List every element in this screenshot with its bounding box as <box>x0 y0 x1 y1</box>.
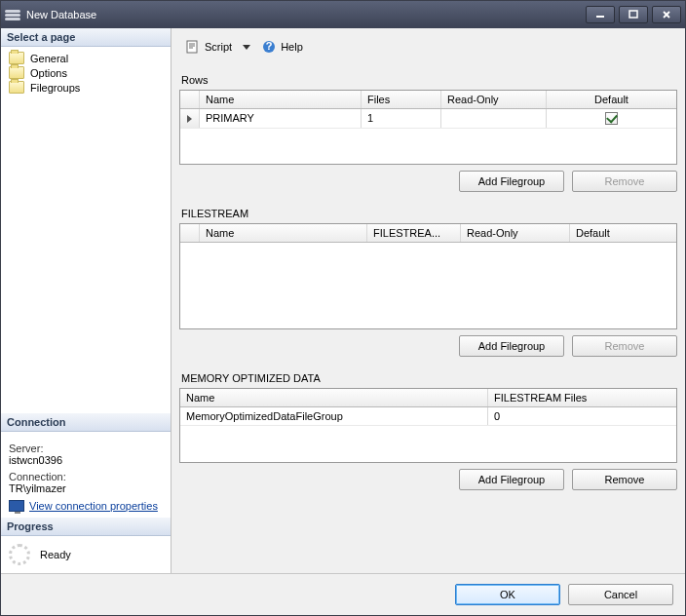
maximize-button[interactable] <box>619 6 648 23</box>
script-label: Script <box>205 41 232 53</box>
cell-name[interactable]: PRIMARY <box>200 109 362 128</box>
page-general[interactable]: General <box>9 51 167 65</box>
filestream-section-label: FILESTREAM <box>181 208 675 219</box>
progress-status: Ready <box>40 549 71 560</box>
table-row[interactable]: MemoryOptimizedDataFileGroup 0 <box>180 407 676 426</box>
cancel-button[interactable]: Cancel <box>568 584 673 605</box>
view-connection-properties-link[interactable]: View connection properties <box>29 500 158 512</box>
memory-remove-button[interactable]: Remove <box>572 469 677 490</box>
client-area: Select a page General Options Filegroups… <box>1 28 685 573</box>
row-indicator-icon <box>180 109 200 128</box>
cell-files[interactable]: 0 <box>488 407 676 425</box>
page-label: General <box>30 53 68 64</box>
server-label: Server: <box>9 443 163 454</box>
col-name[interactable]: Name <box>200 91 362 108</box>
main-pane: Script ? Help Rows Name Files Read-Only … <box>172 28 685 573</box>
table-row[interactable]: PRIMARY 1 <box>180 109 676 129</box>
progress-panel: Ready <box>1 536 171 573</box>
col-name[interactable]: Name <box>200 224 367 242</box>
close-button[interactable] <box>652 6 681 23</box>
filestream-grid: Name FILESTREA... Read-Only Default <box>179 223 677 329</box>
svg-line-3 <box>664 12 669 18</box>
dialog-window: New Database Select a page General Optio… <box>0 0 686 616</box>
svg-rect-4 <box>187 41 197 53</box>
col-filestream-files[interactable]: FILESTREA... <box>367 224 461 242</box>
database-icon <box>5 7 20 22</box>
col-name[interactable]: Name <box>180 389 488 406</box>
cell-readonly[interactable] <box>441 109 547 128</box>
titlebar[interactable]: New Database <box>1 1 685 28</box>
folder-icon <box>9 66 24 79</box>
rows-remove-button[interactable]: Remove <box>572 171 677 192</box>
col-readonly[interactable]: Read-Only <box>441 91 547 108</box>
rows-grid: Name Files Read-Only Default PRIMARY 1 <box>179 90 677 165</box>
monitor-icon <box>9 500 24 512</box>
filestream-add-filegroup-button[interactable]: Add Filegroup <box>459 335 564 357</box>
rows-add-filegroup-button[interactable]: Add Filegroup <box>459 171 564 192</box>
help-icon: ? <box>261 39 277 55</box>
script-icon <box>185 39 201 55</box>
server-value: istwcn0396 <box>9 454 163 466</box>
folder-icon <box>9 52 24 64</box>
connection-header: Connection <box>1 413 171 432</box>
folder-icon <box>9 81 24 94</box>
connection-label: Connection: <box>9 471 163 482</box>
col-default[interactable]: Default <box>570 224 676 242</box>
svg-rect-1 <box>629 11 637 18</box>
help-button[interactable]: ? Help <box>257 37 307 57</box>
filestream-grid-header: Name FILESTREA... Read-Only Default <box>180 224 676 243</box>
rows-grid-header: Name Files Read-Only Default <box>180 91 676 109</box>
spinner-icon <box>9 544 30 565</box>
svg-text:?: ? <box>266 40 273 52</box>
default-checkbox[interactable] <box>605 112 618 125</box>
page-list: General Options Filegroups <box>1 47 171 98</box>
page-label: Filegroups <box>30 82 80 94</box>
connection-panel: Server: istwcn0396 Connection: TR\yilmaz… <box>1 432 171 518</box>
cell-files[interactable]: 1 <box>362 109 441 128</box>
memory-grid-header: Name FILESTREAM Files <box>180 389 676 407</box>
script-dropdown-caret[interactable] <box>243 45 250 50</box>
window-title: New Database <box>26 9 582 20</box>
help-label: Help <box>281 41 303 53</box>
dialog-footer: OK Cancel <box>1 573 685 615</box>
page-options[interactable]: Options <box>9 65 167 80</box>
ok-button[interactable]: OK <box>455 584 560 605</box>
col-default[interactable]: Default <box>547 91 676 108</box>
col-readonly[interactable]: Read-Only <box>461 224 570 242</box>
filestream-remove-button[interactable]: Remove <box>572 335 677 357</box>
memory-add-filegroup-button[interactable]: Add Filegroup <box>459 469 564 490</box>
col-files[interactable]: Files <box>362 91 441 108</box>
rows-section-label: Rows <box>181 74 675 86</box>
memory-section-label: MEMORY OPTIMIZED DATA <box>181 372 675 384</box>
connection-value: TR\yilmazer <box>9 482 163 494</box>
progress-header: Progress <box>1 518 171 536</box>
script-button[interactable]: Script <box>181 37 236 57</box>
cell-default[interactable] <box>547 109 676 128</box>
memory-grid: Name FILESTREAM Files MemoryOptimizedDat… <box>179 388 677 463</box>
cell-name[interactable]: MemoryOptimizedDataFileGroup <box>180 407 488 425</box>
minimize-button[interactable] <box>586 6 615 23</box>
toolbar: Script ? Help <box>179 34 677 64</box>
sidebar: Select a page General Options Filegroups… <box>1 28 172 573</box>
svg-line-2 <box>664 12 669 18</box>
col-filestream-files[interactable]: FILESTREAM Files <box>488 389 676 406</box>
page-filegroups[interactable]: Filegroups <box>9 80 167 95</box>
select-page-header: Select a page <box>1 28 171 47</box>
page-label: Options <box>30 67 67 79</box>
